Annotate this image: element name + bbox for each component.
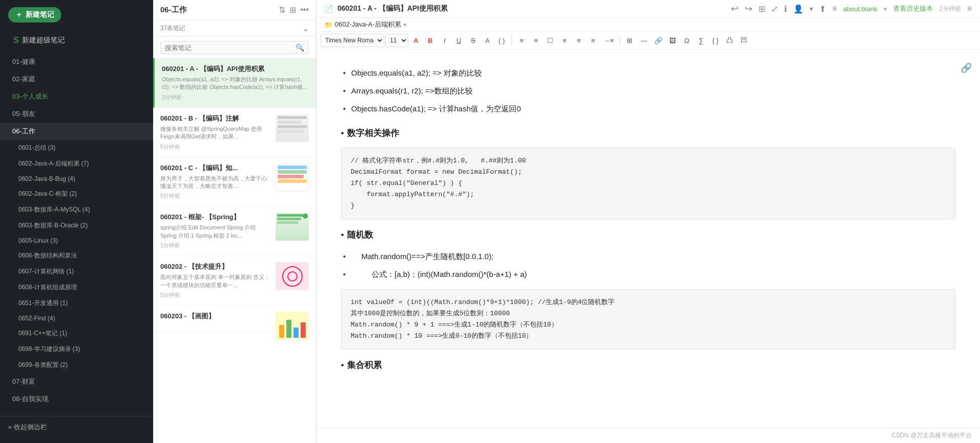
sidebar-item-growth[interactable]: 03-个人成长: [0, 88, 153, 105]
raise-button[interactable]: 凸: [723, 34, 737, 47]
status-bar: CSDN @万丈高楼平地的平台: [316, 428, 980, 443]
section-heading-3: 集合积累: [341, 358, 955, 374]
sidebar-sub-item-java-a[interactable]: 0602-Java-A-后端积累 (7): [0, 156, 153, 172]
new-note-button[interactable]: ＋ 新建笔记: [8, 7, 61, 22]
sidebar-sub-item-network[interactable]: 0607-计算机网络 (1): [0, 264, 153, 279]
sidebar-item-health[interactable]: 01-健康: [0, 53, 153, 71]
sidebar-nav: 01-健康 02-家庭 03-个人成长 05-朋友 06-工作 0601-总结 …: [0, 53, 153, 408]
about-blank-link[interactable]: about:blank: [843, 5, 877, 13]
special-char-button[interactable]: Ω: [680, 34, 694, 47]
align-center-button[interactable]: ≡: [572, 34, 585, 47]
undo-icon[interactable]: ↩: [731, 3, 739, 14]
sidebar-sub-item-learn[interactable]: 0698-学习建议摘录 (3): [0, 341, 153, 357]
unordered-list-button[interactable]: ≡: [515, 34, 528, 47]
sidebar-sub-item-arch[interactable]: 0608-计算机组成原理: [0, 279, 153, 295]
editor-title-text: 060201 - A - 【编码】API使用积累: [337, 4, 448, 13]
note-card-6[interactable]: 060203 - 【画图】: [153, 306, 316, 332]
new-note-label: 新建笔记: [26, 10, 54, 19]
font-family-select[interactable]: Times New Roma: [321, 34, 384, 47]
random-sub-2: 公式：[a,b)：(int)(Math.random()*(b-a+1) + a…: [341, 265, 955, 283]
link-button[interactable]: 🔗: [652, 34, 665, 47]
arrow-icon: ▾: [884, 5, 887, 13]
info-icon[interactable]: ℹ: [784, 4, 787, 14]
ordered-list-button[interactable]: ≡: [529, 34, 543, 47]
sidebar-sub-item-find[interactable]: 0652-Find (4): [0, 311, 153, 325]
sidebar-item-wealth[interactable]: 07-财富: [0, 373, 153, 390]
random-sub-1: Math.random()==>产生随机数[0.0,1.0);: [341, 247, 955, 265]
notebook-dropdown-icon[interactable]: ▾: [403, 21, 407, 29]
sidebar-sub-item-config[interactable]: 0699-各类配置 (2): [0, 357, 153, 373]
horizontal-rule-button[interactable]: —: [638, 34, 651, 47]
bold-button[interactable]: B: [424, 34, 437, 47]
parenthesis-button[interactable]: ( ): [495, 34, 508, 47]
sidebar-sub-item-linux[interactable]: 0605-Linux (3): [0, 234, 153, 248]
font-color-button[interactable]: A: [409, 34, 423, 47]
editor-title-area: 📄 060201 - A - 【编码】API使用积累: [325, 4, 448, 13]
editor-toolbar: Times New Roma 11 A B I U S A ( ) ≡ ≡ ☐ …: [316, 32, 980, 50]
collapse-sidebar-button[interactable]: « 收起侧边栏: [0, 416, 153, 438]
sidebar-sub-item-dev[interactable]: 0651-开发通用 (1): [0, 295, 153, 311]
sidebar-sub-item-mysql[interactable]: 0603-数据库-A-MySQL (4): [0, 202, 153, 218]
random-bullet-list: Math.random()==>产生随机数[0.0,1.0); 公式：[a,b)…: [341, 247, 955, 283]
align-right-button[interactable]: ≡: [586, 34, 600, 47]
note-card-1[interactable]: 060201 - A - 【编码】API使用积累 Objects.equals(…: [153, 58, 316, 108]
grid-view-icon[interactable]: ⊞: [758, 4, 765, 14]
sort-icon[interactable]: ⇅: [279, 5, 285, 15]
dropdown-icon[interactable]: ▾: [810, 5, 813, 13]
code-block-button[interactable]: { }: [709, 34, 722, 47]
note-card-4[interactable]: 060201 - 框架- 【Spring】 spring介绍 Edit Docu…: [153, 206, 316, 256]
sidebar-item-work[interactable]: 06-工作: [0, 123, 153, 140]
note-card-thumb-5: [276, 262, 309, 290]
sidebar-sub-item-cpp[interactable]: 0691-C++笔记 (1): [0, 325, 153, 341]
checkbox-button[interactable]: ☐: [544, 34, 557, 47]
fullscreen-icon[interactable]: ⤢: [771, 4, 778, 14]
search-input[interactable]: [165, 44, 296, 52]
grid-icon[interactable]: ⊞: [289, 5, 296, 15]
sidebar-sub-item-ds[interactable]: 0606-数据结构和算法: [0, 248, 153, 264]
sidebar-sub-item-java-b[interactable]: 0602-Java-B-Bug (4): [0, 172, 153, 186]
editor-topbar: 📄 060201 - A - 【编码】API使用积累 ↩ ↪ ⊞ ⤢ ℹ 👤 ▾…: [316, 0, 980, 18]
formula-button[interactable]: ∑: [695, 34, 708, 47]
share-icon[interactable]: ⬆: [819, 4, 826, 14]
align-left-button[interactable]: ≡: [558, 34, 571, 47]
underline-button[interactable]: U: [452, 34, 465, 47]
notebook-name[interactable]: 0602-Java-A-后端积累: [335, 20, 401, 29]
search-icon[interactable]: 🔍: [296, 43, 304, 52]
font-size-select[interactable]: 11: [385, 34, 408, 47]
highlight-button[interactable]: A: [481, 34, 494, 47]
expand-right-icon[interactable]: ≡: [832, 4, 837, 13]
editor-content-wrapper: 🔗 Objects.equals(a1, a2); => 对象的比较 Array…: [316, 50, 980, 443]
note-card-5[interactable]: 060202 - 【技术提升】 面向对象五个基本原则 单一对象原则 含义：一个类…: [153, 256, 316, 306]
new-super-note-button[interactable]: S 新建超级笔记: [8, 33, 145, 48]
file-icon: 📄: [325, 5, 333, 13]
redo-icon[interactable]: ↪: [745, 3, 752, 14]
code-block-2: int valueOf = (int)((Math.random()*9+1)*…: [341, 289, 955, 349]
header-icons: ⇅ ⊞ •••: [279, 5, 309, 15]
indent-button[interactable]: →≡: [601, 34, 617, 47]
note-card-thumb-4: [276, 213, 309, 241]
note-card-3[interactable]: 060201 - C - 【编码】知... 身为男子，大智着愚免不被为高，大爱于…: [153, 157, 316, 207]
time-ago: 2分钟前: [939, 5, 961, 13]
image-button[interactable]: 🖼: [666, 34, 679, 47]
expand-icon[interactable]: ⌄: [302, 24, 309, 33]
sidebar-item-friends[interactable]: 05-朋友: [0, 105, 153, 123]
lower-button[interactable]: 凹: [738, 34, 751, 47]
editor-content[interactable]: 🔗 Objects.equals(a1, a2); => 对象的比较 Array…: [316, 50, 980, 428]
sidebar-item-family[interactable]: 02-家庭: [0, 71, 153, 88]
align-right-icon[interactable]: ≡: [967, 4, 972, 13]
italic-button[interactable]: I: [438, 34, 451, 47]
strikethrough-button[interactable]: S: [467, 34, 480, 47]
user-icon[interactable]: 👤: [793, 4, 803, 14]
note-card-2[interactable]: 060201 - B - 【编码】注解 微服务相关注解 @SpringQuery…: [153, 108, 316, 157]
table-button[interactable]: ⊞: [623, 34, 636, 47]
history-button[interactable]: 查看历史版本: [893, 4, 933, 13]
note-card-time-3: 5分钟前: [160, 192, 309, 200]
sidebar-sub-item-summary[interactable]: 0601-总结 (3): [0, 140, 153, 156]
folder-title[interactable]: 06-工作: [160, 5, 187, 15]
sidebar-sub-item-java-c[interactable]: 0602-Java-C-框架 (2): [0, 186, 153, 202]
sidebar-sub-item-oracle[interactable]: 0603-数据库-B-Oracle (2): [0, 218, 153, 234]
link-anchor-icon[interactable]: 🔗: [961, 60, 972, 76]
code-block-1: // 格式化字符串str，例#.#则为1.0, #.##则为1.00 Decim…: [341, 148, 955, 219]
sidebar-item-self[interactable]: 08-自我实现: [0, 390, 153, 408]
more-icon[interactable]: •••: [300, 5, 309, 15]
